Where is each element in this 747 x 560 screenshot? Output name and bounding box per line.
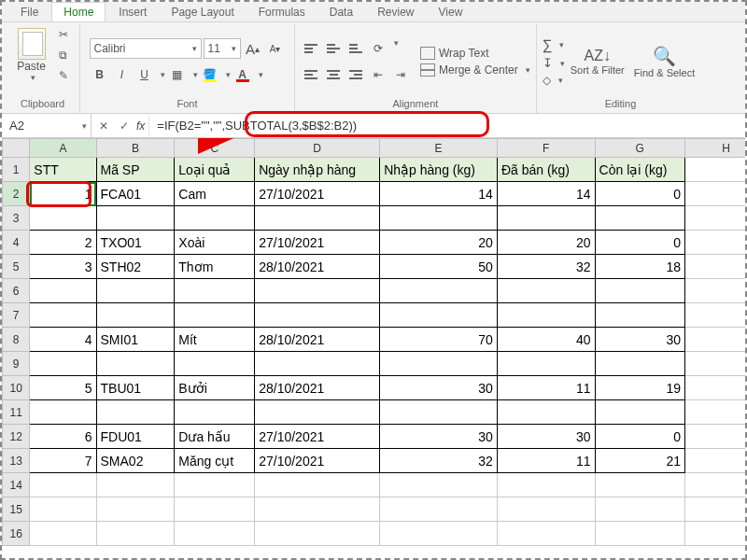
cell[interactable] [684,328,745,352]
cell[interactable] [30,400,96,425]
cell[interactable]: 0 [595,182,684,206]
cell[interactable] [96,497,175,522]
cell[interactable] [684,425,745,449]
cell[interactable] [96,303,175,328]
row-header[interactable]: 14 [3,473,30,497]
decrease-font-icon[interactable]: A▾ [265,38,286,59]
cell[interactable]: 27/10/2021 [255,182,380,206]
increase-indent-icon[interactable]: ⇥ [390,64,411,85]
cell[interactable]: 21 [595,449,684,473]
cell[interactable]: 14 [497,182,595,206]
format-painter-icon[interactable]: ✎ [55,67,72,84]
cell[interactable]: 28/10/2021 [255,376,380,400]
tab-data[interactable]: Data [318,3,364,21]
tab-view[interactable]: View [428,3,474,21]
cell[interactable]: SMA02 [96,449,175,473]
tab-review[interactable]: Review [366,3,425,21]
row-header[interactable]: 15 [3,497,30,522]
cell[interactable]: 32 [380,449,498,473]
cell[interactable] [175,497,255,522]
cell[interactable] [30,206,96,231]
cell[interactable] [255,279,380,303]
col-header-A[interactable]: A [30,139,96,158]
cell[interactable]: Măng cụt [175,449,255,473]
cell[interactable] [175,279,255,303]
name-box[interactable]: A2 ▾ [2,114,92,137]
fill-button[interactable]: ↧▾ [543,56,565,70]
cell[interactable]: SMI01 [96,328,175,352]
cell[interactable]: Cam [175,182,255,206]
tab-home[interactable]: Home [51,2,106,21]
cell[interactable]: 5 [30,376,96,400]
col-header-H[interactable]: H [684,139,745,158]
spreadsheet-grid[interactable]: ABCDEFGH1STTMã SPLoại quảNgày nhập hàngN… [2,138,745,560]
cell[interactable] [684,352,745,376]
cell[interactable]: TXO01 [96,231,175,255]
align-middle-icon[interactable] [323,38,344,59]
cell[interactable]: 3 [30,255,96,279]
italic-button[interactable]: I [112,64,133,85]
align-top-icon[interactable] [301,38,321,59]
cell[interactable] [595,400,684,425]
cell[interactable]: 28/10/2021 [255,328,380,352]
wrap-text-button[interactable]: Wrap Text [420,47,489,60]
row-header[interactable]: 10 [3,376,30,400]
row-header[interactable]: 2 [3,182,30,206]
cell[interactable]: TBU01 [96,376,175,400]
enter-formula-icon[interactable]: ✓ [116,119,133,133]
underline-button[interactable]: U [134,64,155,85]
cell[interactable]: 14 [380,182,498,206]
increase-font-icon[interactable]: A▴ [243,38,263,59]
cell[interactable] [684,158,745,182]
cell[interactable]: 20 [380,231,498,255]
fill-color-icon[interactable]: 🪣 [200,64,220,85]
cell[interactable]: STT [30,158,96,182]
cell[interactable]: FDU01 [96,425,175,449]
cell[interactable] [96,206,175,231]
cell[interactable]: 50 [380,255,498,279]
cell[interactable]: Thơm [175,255,255,279]
cell[interactable] [96,522,175,546]
cell[interactable]: 11 [497,449,595,473]
row-header[interactable]: 6 [3,279,30,303]
cell[interactable]: 0 [595,231,684,255]
cell[interactable]: 20 [497,231,595,255]
row-header[interactable]: 1 [3,158,30,182]
cell[interactable] [380,303,498,328]
cell[interactable]: 4 [30,328,96,352]
align-bottom-icon[interactable] [345,38,366,59]
cell[interactable] [30,473,96,497]
cell[interactable]: 18 [595,255,684,279]
cell[interactable] [497,206,595,231]
cell[interactable] [175,473,255,497]
row-header[interactable]: 11 [3,400,30,425]
cell[interactable] [255,497,380,522]
selected-cell[interactable]: 1 [30,182,96,206]
orientation-icon[interactable]: ⟳ [368,38,388,59]
cell[interactable] [255,522,380,546]
cell[interactable] [380,522,498,546]
cell[interactable] [684,255,745,279]
cell[interactable]: 30 [380,425,498,449]
cell[interactable] [595,206,684,231]
cell[interactable] [255,400,380,425]
align-left-icon[interactable] [301,64,321,85]
cell[interactable] [96,400,175,425]
cell[interactable]: Còn lại (kg) [595,158,684,182]
cell[interactable] [497,473,595,497]
cell[interactable] [684,400,745,425]
cell[interactable] [380,206,498,231]
align-right-icon[interactable] [345,64,366,85]
col-header-B[interactable]: B [96,139,175,158]
cell[interactable]: FCA01 [96,182,175,206]
cell[interactable] [684,376,745,400]
cell[interactable] [380,279,498,303]
cell[interactable] [684,206,745,231]
cell[interactable]: Mã SP [96,158,175,182]
cell[interactable]: Loại quả [175,158,255,182]
cell[interactable] [96,352,175,376]
row-header[interactable]: 4 [3,231,30,255]
clear-button[interactable]: ◇▾ [543,74,563,87]
tab-file[interactable]: File [9,3,49,21]
cell[interactable] [175,303,255,328]
